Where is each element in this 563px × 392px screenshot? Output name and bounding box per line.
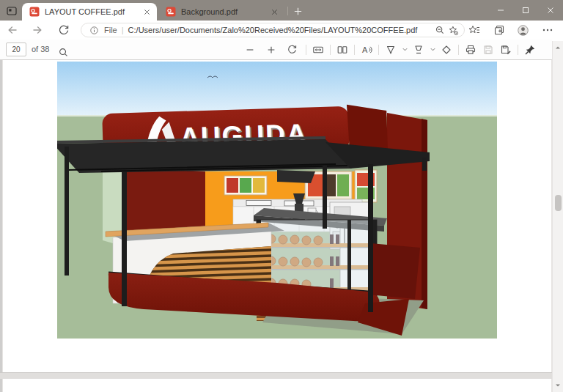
page-view-button[interactable]	[334, 41, 351, 59]
protocol-label: File	[104, 26, 117, 34]
vertical-scrollbar[interactable]	[552, 41, 563, 392]
highlight-options-chevron[interactable]	[427, 41, 438, 59]
tab-actions-icon	[6, 5, 18, 17]
page-count-label: of 38	[32, 40, 49, 59]
tab-title: LAYOUT COFFEE.pdf	[45, 7, 141, 16]
chevron-down-icon	[402, 46, 408, 53]
url-text: C:/Users/user/Documents/Zalo%20Received%…	[128, 26, 418, 34]
pushpin-icon	[524, 44, 536, 56]
address-field[interactable]: File | C:/Users/user/Documents/Zalo%20Re…	[81, 23, 465, 37]
eraser-icon	[441, 44, 452, 56]
back-arrow-icon	[7, 24, 18, 36]
chevron-down-icon	[430, 46, 436, 53]
minimize-button[interactable]	[488, 0, 513, 21]
info-icon[interactable]	[87, 23, 100, 37]
sound-waves-icon	[369, 46, 372, 52]
fit-to-width-button[interactable]	[309, 41, 327, 59]
find-in-document-button[interactable]	[54, 43, 72, 61]
pdf-file-icon	[166, 7, 176, 17]
pin-toolbar-button[interactable]	[521, 41, 539, 59]
page-number-input[interactable]: 20	[6, 42, 26, 56]
tab-divider	[287, 7, 288, 15]
print-button[interactable]	[462, 41, 479, 59]
profile-button[interactable]	[516, 23, 529, 37]
pdf-tool-cluster: A	[239, 40, 539, 59]
erase-button[interactable]	[438, 41, 455, 59]
refresh-icon	[58, 24, 70, 36]
favorite-star-icon[interactable]	[446, 23, 460, 37]
zoom-indicator-icon[interactable]	[433, 23, 446, 37]
collections-icon	[493, 24, 505, 36]
close-tab-icon[interactable]	[268, 6, 280, 18]
new-tab-button[interactable]	[292, 5, 303, 17]
favorites-star-list-icon	[468, 24, 480, 36]
pen-nib-icon	[385, 44, 397, 56]
kiosk-3d-rendering: AUGUDA AUGUDA	[57, 62, 497, 339]
search-icon	[58, 47, 69, 58]
favorites-button[interactable]	[468, 23, 481, 37]
pdf-file-icon	[29, 7, 40, 17]
zoom-in-button[interactable]	[260, 41, 282, 59]
window-controls	[488, 0, 563, 21]
range-hood	[277, 170, 315, 183]
draw-button[interactable]	[382, 41, 400, 59]
plus-icon	[266, 45, 276, 55]
close-tab-icon[interactable]	[141, 6, 152, 18]
plus-icon	[293, 7, 303, 16]
zoom-out-button[interactable]	[239, 41, 260, 59]
highlight-button[interactable]	[410, 41, 427, 59]
read-aloud-button[interactable]: A	[358, 41, 375, 59]
highlighter-icon	[413, 44, 424, 56]
tab-actions-button[interactable]	[4, 5, 19, 17]
printer-icon	[465, 44, 476, 56]
scrollbar-thumb[interactable]	[555, 195, 562, 211]
pdf-toolbar: 20 of 38	[0, 40, 552, 60]
tab-layout-coffee[interactable]: LAYOUT COFFEE.pdf	[22, 3, 157, 21]
draw-options-chevron[interactable]	[400, 41, 410, 59]
read-aloud-letter: A	[362, 45, 368, 54]
minus-icon	[245, 45, 255, 55]
rotate-icon	[287, 44, 298, 55]
profile-avatar-icon	[517, 24, 529, 37]
settings-more-button[interactable]	[541, 23, 554, 37]
titlebar: LAYOUT COFFEE.pdf Background.pdf	[0, 0, 563, 21]
fit-width-icon	[312, 44, 324, 56]
pdf-page-21-top	[3, 379, 551, 392]
two-pages-icon	[336, 44, 348, 56]
refresh-button[interactable]	[57, 23, 70, 37]
right-door-flap	[368, 243, 420, 299]
forward-button[interactable]	[31, 23, 44, 37]
pdf-page-20: AUGUDA AUGUDA	[3, 60, 551, 372]
window-left-edge	[0, 60, 2, 392]
field-divider: |	[122, 26, 124, 34]
address-bar-row: File | C:/Users/user/Documents/Zalo%20Re…	[0, 21, 563, 40]
maximize-button[interactable]	[513, 0, 538, 21]
tab-title: Background.pdf	[181, 7, 268, 16]
rotate-button[interactable]	[282, 41, 303, 59]
page-separator	[0, 372, 552, 379]
collections-button[interactable]	[493, 23, 506, 37]
scroll-up-arrow[interactable]	[554, 44, 562, 51]
save-button[interactable]	[479, 41, 497, 59]
save-as-button[interactable]	[497, 41, 515, 59]
tab-background[interactable]: Background.pdf	[160, 3, 284, 21]
close-window-button[interactable]	[538, 0, 563, 21]
save-as-icon	[500, 44, 512, 56]
more-dots-icon	[542, 24, 553, 36]
back-button[interactable]	[6, 23, 19, 37]
save-disk-icon	[482, 44, 494, 56]
scroll-down-arrow[interactable]	[554, 382, 562, 389]
forward-arrow-icon	[32, 24, 43, 36]
